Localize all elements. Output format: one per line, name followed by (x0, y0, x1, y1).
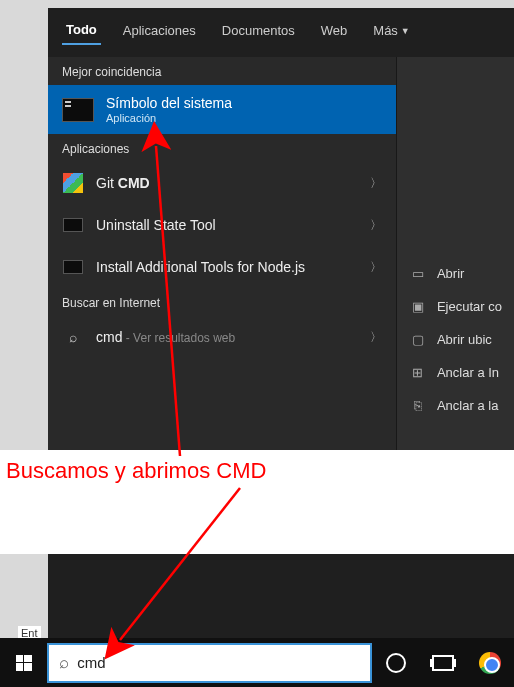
git-icon (62, 172, 84, 194)
action-label: Abrir ubic (437, 332, 492, 347)
chrome-taskbar-button[interactable] (467, 638, 514, 687)
cmd-small-icon (62, 214, 84, 236)
pin-taskbar-icon: ⎘ (409, 398, 427, 413)
chevron-right-icon: 〉 (370, 217, 382, 234)
app-item-label: Uninstall State Tool (96, 217, 216, 233)
web-search-label: cmd - Ver resultados web (96, 329, 235, 345)
action-label: Abrir (437, 266, 464, 281)
windows-logo-icon (16, 655, 32, 671)
shield-icon: ▣ (409, 299, 427, 314)
app-item-label: Install Additional Tools for Node.js (96, 259, 305, 275)
task-view-icon (432, 655, 454, 671)
action-open-location[interactable]: ▢Abrir ubic (397, 323, 514, 356)
cmd-small-icon (62, 256, 84, 278)
app-item-git-cmd[interactable]: Git CMD 〉 (48, 162, 396, 204)
action-open[interactable]: ▭Abrir (397, 257, 514, 290)
action-pin-taskbar[interactable]: ⎘Anclar a la (397, 389, 514, 422)
tab-mas-label: Más (373, 23, 398, 38)
best-match-item[interactable]: Símbolo del sistema Aplicación (48, 85, 396, 134)
best-match-subtitle: Aplicación (106, 112, 232, 124)
pin-icon: ⊞ (409, 365, 427, 380)
task-view-button[interactable] (420, 638, 467, 687)
search-icon: ⌕ (59, 653, 69, 673)
chevron-right-icon: 〉 (370, 175, 382, 192)
open-icon: ▭ (409, 266, 427, 281)
search-icon: ⌕ (62, 326, 84, 348)
chevron-down-icon: ▼ (401, 26, 410, 36)
tab-aplicaciones[interactable]: Aplicaciones (119, 17, 200, 44)
taskbar: ⌕ (0, 638, 514, 687)
app-item-uninstall-state-tool[interactable]: Uninstall State Tool 〉 (48, 204, 396, 246)
cortana-icon (386, 653, 406, 673)
web-search-item[interactable]: ⌕ cmd - Ver resultados web 〉 (48, 316, 396, 358)
chrome-icon (479, 652, 501, 674)
cortana-button[interactable] (372, 638, 419, 687)
action-label: Anclar a la (437, 398, 498, 413)
cmd-icon (62, 98, 94, 122)
dark-patch-below-panel (48, 554, 514, 638)
annotation-text: Buscamos y abrimos CMD (6, 458, 266, 484)
app-item-install-node-tools[interactable]: Install Additional Tools for Node.js 〉 (48, 246, 396, 288)
action-run-as-admin[interactable]: ▣Ejecutar co (397, 290, 514, 323)
section-best-match: Mejor coincidencia (48, 57, 396, 85)
start-button[interactable] (0, 638, 47, 687)
apps-list: Git CMD 〉 Uninstall State Tool 〉 Install… (48, 162, 396, 288)
search-tabs: Todo Aplicaciones Documentos Web Más ▼ (48, 8, 514, 57)
folder-icon: ▢ (409, 332, 427, 347)
action-label: Ejecutar co (437, 299, 502, 314)
app-item-label: Git CMD (96, 175, 150, 191)
tab-mas[interactable]: Más ▼ (369, 17, 413, 44)
chevron-right-icon: 〉 (370, 259, 382, 276)
section-apps: Aplicaciones (48, 134, 396, 162)
section-web-search: Buscar en Internet (48, 288, 396, 316)
tab-todo[interactable]: Todo (62, 16, 101, 45)
action-pin-start[interactable]: ⊞Anclar a In (397, 356, 514, 389)
taskbar-search-input[interactable] (77, 654, 360, 671)
tab-documentos[interactable]: Documentos (218, 17, 299, 44)
tab-web[interactable]: Web (317, 17, 352, 44)
best-match-text: Símbolo del sistema Aplicación (106, 95, 232, 124)
chevron-right-icon: 〉 (370, 329, 382, 346)
taskbar-search-box[interactable]: ⌕ (47, 643, 372, 683)
action-label: Anclar a In (437, 365, 499, 380)
best-match-title: Símbolo del sistema (106, 95, 232, 111)
